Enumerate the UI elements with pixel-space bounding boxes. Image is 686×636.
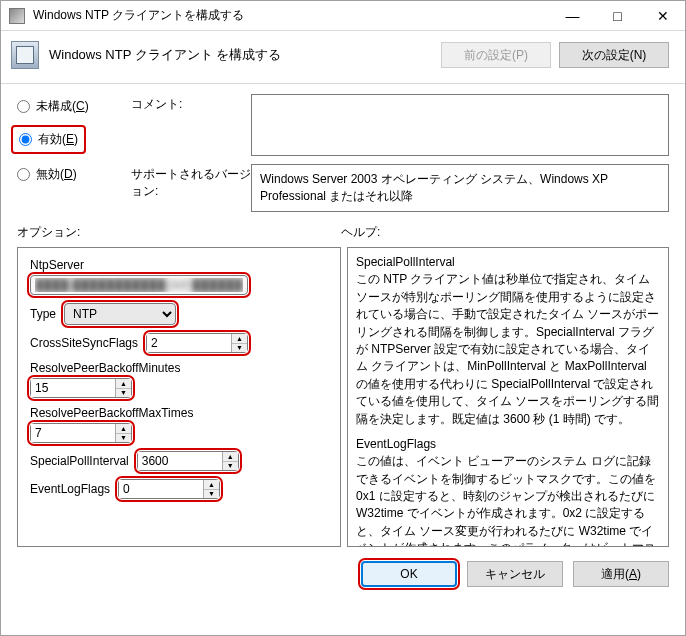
crosssite-input[interactable]	[147, 334, 231, 352]
radio-disabled[interactable]: 無効(D)	[17, 166, 131, 183]
chevron-up-icon[interactable]: ▲	[204, 480, 219, 490]
chevron-up-icon[interactable]: ▲	[116, 424, 131, 434]
chevron-up-icon[interactable]: ▲	[223, 452, 238, 462]
close-button[interactable]: ✕	[640, 1, 685, 31]
help-p2-body: この値は、イベント ビューアーのシステム ログに記録できるイベントを制御するビッ…	[356, 454, 659, 547]
maximize-button[interactable]: □	[595, 1, 640, 31]
eventlog-label: EventLogFlags	[30, 482, 110, 496]
specialpoll-input[interactable]	[138, 452, 222, 470]
resolvemax-input[interactable]	[31, 424, 115, 442]
radio-disabled-input[interactable]	[17, 168, 30, 181]
state-column: 未構成(C) 有効(E) 無効(D)	[17, 94, 131, 212]
policy-icon	[11, 41, 39, 69]
ok-button[interactable]: OK	[361, 561, 457, 587]
ntpserver-input[interactable]	[30, 275, 248, 295]
help-p1-title: SpecialPollInterval	[356, 255, 455, 269]
comment-column: コメント: サポートされるバージョン: Windows Server 2003 …	[131, 94, 669, 212]
panels: NtpServer Type NTP CrossSiteSyncFlags ▲▼…	[1, 247, 685, 547]
window-title: Windows NTP クライアントを構成する	[33, 7, 550, 24]
eventlog-arrows[interactable]: ▲▼	[203, 480, 219, 498]
section-labels: オプション: ヘルプ:	[1, 222, 685, 247]
supported-label: サポートされるバージョン:	[131, 164, 251, 200]
resolvemin-label: ResolvePeerBackoffMinutes	[30, 361, 328, 375]
supported-box: Windows Server 2003 オペレーティング システム、Window…	[251, 164, 669, 212]
type-select[interactable]: NTP	[64, 303, 176, 325]
cancel-button[interactable]: キャンセル	[467, 561, 563, 587]
resolvemax-label: ResolvePeerBackoffMaxTimes	[30, 406, 328, 420]
next-setting-button[interactable]: 次の設定(N)	[559, 42, 669, 68]
resolvemin-spinner[interactable]: ▲▼	[30, 378, 132, 398]
options-panel: NtpServer Type NTP CrossSiteSyncFlags ▲▼…	[17, 247, 341, 547]
policy-title: Windows NTP クライアント を構成する	[49, 46, 433, 64]
chevron-down-icon[interactable]: ▼	[204, 490, 219, 499]
specialpoll-spinner[interactable]: ▲▼	[137, 451, 239, 471]
apply-button[interactable]: 適用(A)	[573, 561, 669, 587]
config-upper: 未構成(C) 有効(E) 無効(D) コメント: サポートされるバージョン: W…	[1, 84, 685, 222]
options-label: オプション:	[17, 224, 341, 241]
eventlog-spinner[interactable]: ▲▼	[118, 479, 220, 499]
comment-textarea[interactable]	[251, 94, 669, 156]
radio-not-configured-input[interactable]	[17, 100, 30, 113]
prev-setting-button: 前の設定(P)	[441, 42, 551, 68]
chevron-down-icon[interactable]: ▼	[116, 389, 131, 398]
app-icon	[9, 8, 25, 24]
chevron-down-icon[interactable]: ▼	[223, 462, 238, 471]
chevron-down-icon[interactable]: ▼	[232, 344, 247, 353]
ntpserver-label: NtpServer	[30, 258, 328, 272]
resolvemax-spinner[interactable]: ▲▼	[30, 423, 132, 443]
type-label: Type	[30, 307, 56, 321]
radio-enabled-wrap: 有効(E)	[11, 125, 86, 154]
crosssite-spinner[interactable]: ▲▼	[146, 333, 248, 353]
minimize-button[interactable]: —	[550, 1, 595, 31]
chevron-up-icon[interactable]: ▲	[232, 334, 247, 344]
chevron-down-icon[interactable]: ▼	[116, 434, 131, 443]
resolvemax-arrows[interactable]: ▲▼	[115, 424, 131, 442]
radio-not-configured[interactable]: 未構成(C)	[17, 98, 131, 115]
help-p2-title: EventLogFlags	[356, 437, 436, 451]
radio-enabled-input[interactable]	[19, 133, 32, 146]
comment-label: コメント:	[131, 94, 251, 113]
titlebar: Windows NTP クライアントを構成する — □ ✕	[1, 1, 685, 31]
eventlog-input[interactable]	[119, 480, 203, 498]
help-label: ヘルプ:	[341, 224, 380, 241]
resolvemin-input[interactable]	[31, 379, 115, 397]
footer: OK キャンセル 適用(A)	[1, 547, 685, 587]
specialpoll-label: SpecialPollInterval	[30, 454, 129, 468]
crosssite-label: CrossSiteSyncFlags	[30, 336, 138, 350]
radio-enabled[interactable]: 有効(E)	[19, 131, 78, 148]
chevron-up-icon[interactable]: ▲	[116, 379, 131, 389]
header: Windows NTP クライアント を構成する 前の設定(P) 次の設定(N)	[1, 31, 685, 84]
help-p1-body: この NTP クライアント値は秒単位で指定され、タイム ソースが特別なポーリング…	[356, 272, 659, 425]
resolvemin-arrows[interactable]: ▲▼	[115, 379, 131, 397]
crosssite-arrows[interactable]: ▲▼	[231, 334, 247, 352]
specialpoll-arrows[interactable]: ▲▼	[222, 452, 238, 470]
help-panel[interactable]: SpecialPollInterval この NTP クライアント値は秒単位で指…	[347, 247, 669, 547]
